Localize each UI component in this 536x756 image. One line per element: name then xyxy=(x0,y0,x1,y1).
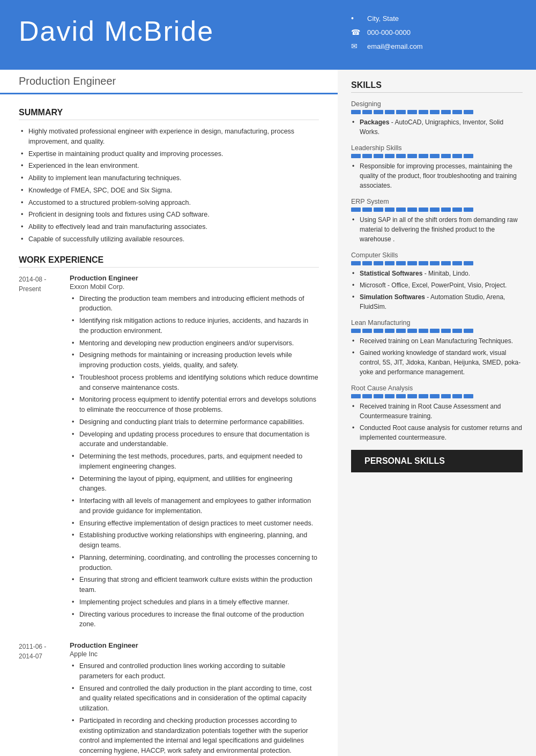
skill-dot xyxy=(396,261,406,265)
skill-category-name: Lean Manufacturing xyxy=(351,319,523,327)
skill-dots xyxy=(351,329,523,333)
skill-dots xyxy=(351,110,523,114)
contact-section: • City, State ☎ 000-000-0000 ✉ email@ema… xyxy=(338,0,536,70)
skill-bullets: Received training in Root Cause Assessme… xyxy=(351,402,523,442)
candidate-name: David McBride xyxy=(19,16,319,47)
summary-item: Experienced in the lean environment. xyxy=(19,161,319,171)
exp-bullet-item: Determining the test methods, procedures… xyxy=(70,451,319,472)
left-column: David McBride Production Engineer SUMMAR… xyxy=(0,0,338,756)
skill-dot xyxy=(385,329,394,333)
skill-dot xyxy=(464,154,473,158)
contact-location: • City, State xyxy=(351,14,523,23)
exp-bullet-item: Ensuring that strong and efficient teamw… xyxy=(70,575,319,595)
skill-dots xyxy=(351,394,523,398)
skill-dot xyxy=(441,110,451,114)
skill-bullet-item: Microsoft - Office, Excel, PowerPoint, V… xyxy=(351,280,523,290)
skill-dot xyxy=(351,261,361,265)
skill-category: Leadership SkillsResponsible for improvi… xyxy=(351,144,523,190)
skill-dot xyxy=(396,154,406,158)
exp-bullet-item: Establishing productive working relation… xyxy=(70,530,319,551)
skill-dot xyxy=(362,261,372,265)
skill-dot xyxy=(419,394,428,398)
skill-dot xyxy=(374,329,383,333)
right-column: • City, State ☎ 000-000-0000 ✉ email@ema… xyxy=(338,0,536,756)
summary-item: Capable of successfully utilizing availa… xyxy=(19,234,319,244)
skills-content: SKILLS DesigningPackages - AutoCAD, Unig… xyxy=(338,70,536,483)
location-icon: • xyxy=(351,14,362,23)
skill-dot xyxy=(419,329,428,333)
skill-dot xyxy=(464,110,473,114)
skill-dot xyxy=(385,261,394,265)
skill-dot xyxy=(351,394,361,398)
skill-dot xyxy=(385,207,394,212)
skill-dot xyxy=(351,154,361,158)
exp-dates: 2011-06 -2014-07 xyxy=(19,641,70,756)
title-bar: Production Engineer xyxy=(0,70,338,94)
summary-item: Accustomed to a structured problem-solvi… xyxy=(19,198,319,208)
skill-dots xyxy=(351,154,523,158)
skill-bullets: Responsible for improving processes, mai… xyxy=(351,161,523,190)
skill-dot xyxy=(430,261,440,265)
skill-dot xyxy=(407,110,417,114)
skill-dot xyxy=(419,154,428,158)
skill-dot xyxy=(362,394,372,398)
skill-dot xyxy=(430,110,440,114)
skill-dot xyxy=(396,329,406,333)
skill-category: Computer SkillsStatistical Softwares - M… xyxy=(351,251,523,312)
skill-bullet-item: Conducted Root cause analysis for custom… xyxy=(351,423,523,442)
skill-dot xyxy=(441,207,451,212)
resume-page: David McBride Production Engineer SUMMAR… xyxy=(0,0,536,756)
email-icon: ✉ xyxy=(351,42,362,50)
skill-dot xyxy=(396,394,406,398)
exp-bullets: Directing the production team members an… xyxy=(70,294,319,630)
exp-bullet-item: Participated in recording and checking p… xyxy=(70,716,319,756)
skill-dot xyxy=(362,207,372,212)
job-title: Production Engineer xyxy=(19,75,319,87)
exp-bullet-item: Troubleshoot process problems and identi… xyxy=(70,373,319,393)
exp-bullet-item: Directing various procedures to increase… xyxy=(70,610,319,630)
exp-bullet-item: Developing and updating process procedur… xyxy=(70,429,319,450)
skill-dot xyxy=(419,207,428,212)
skill-dot xyxy=(385,154,394,158)
skill-category-name: Computer Skills xyxy=(351,251,523,259)
exp-body: Production EngineerApple IncEnsured and … xyxy=(70,641,319,756)
exp-bullet-item: Mentoring and developing new production … xyxy=(70,338,319,349)
skill-dot xyxy=(362,110,372,114)
summary-list: Highly motivated professional engineer w… xyxy=(19,127,319,244)
skill-dot xyxy=(464,329,473,333)
skill-dot xyxy=(374,394,383,398)
skill-dot xyxy=(385,394,394,398)
skill-category: DesigningPackages - AutoCAD, Unigraphics… xyxy=(351,100,523,137)
skill-dot xyxy=(452,394,462,398)
skill-dot xyxy=(452,329,462,333)
skill-dots xyxy=(351,261,523,265)
skill-dot xyxy=(441,394,451,398)
skill-dot xyxy=(407,261,417,265)
experience-entries: 2014-08 -PresentProduction EngineerExxon… xyxy=(19,274,319,757)
skill-dot xyxy=(407,154,417,158)
skill-bullets: Received training on Lean Manufacturing … xyxy=(351,336,523,377)
skill-dot xyxy=(351,207,361,212)
skill-dot xyxy=(362,154,372,158)
exp-bullet-item: Interfacing with all levels of managemen… xyxy=(70,496,319,516)
skill-dot xyxy=(407,394,417,398)
skill-bullet-item: Packages - AutoCAD, Unigraphics, Invento… xyxy=(351,117,523,137)
skill-bullet-item: Simulation Softwares - Automation Studio… xyxy=(351,292,523,312)
skill-dot xyxy=(374,207,383,212)
skill-dot xyxy=(452,154,462,158)
personal-skills-title: PERSONAL SKILLS xyxy=(351,450,523,472)
skills-list: DesigningPackages - AutoCAD, Unigraphics… xyxy=(351,100,523,442)
skill-dot xyxy=(407,329,417,333)
skill-bullet-item: Responsible for improving processes, mai… xyxy=(351,161,523,190)
skill-dot xyxy=(452,261,462,265)
skill-dot xyxy=(385,110,394,114)
contact-email: ✉ email@email.com xyxy=(351,42,523,50)
experience-entry: 2011-06 -2014-07Production EngineerApple… xyxy=(19,641,319,756)
contact-phone: ☎ 000-000-0000 xyxy=(351,28,523,36)
summary-item: Ability to implement lean manufacturing … xyxy=(19,173,319,183)
skill-dot xyxy=(407,207,417,212)
exp-bullet-item: Implementing project schedules and plans… xyxy=(70,597,319,607)
skill-dot xyxy=(362,329,372,333)
skill-bullets: Packages - AutoCAD, Unigraphics, Invento… xyxy=(351,117,523,137)
exp-company: Exxon Mobil Corp. xyxy=(70,283,319,291)
